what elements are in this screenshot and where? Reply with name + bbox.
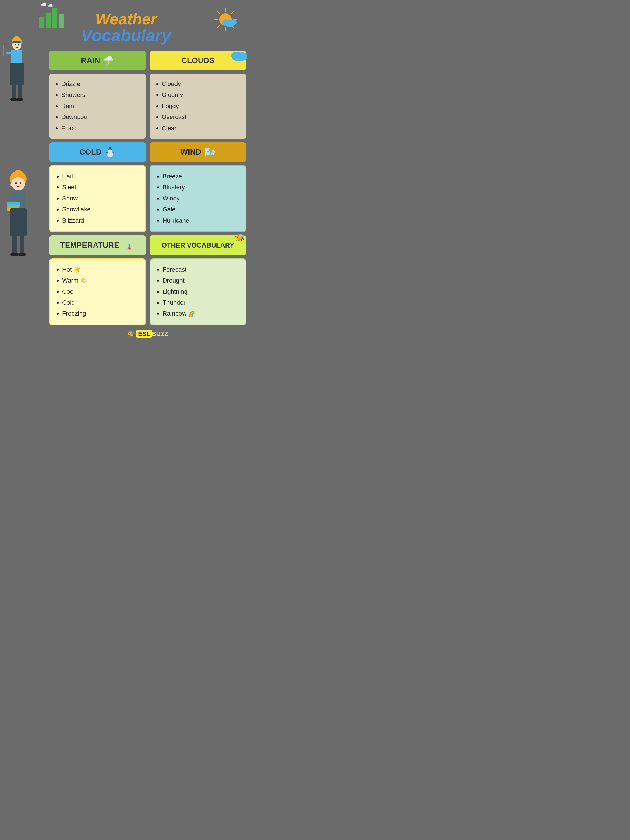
list-item: Blustery (163, 182, 240, 193)
svg-point-30 (20, 182, 21, 184)
wind-header: WIND 🌬️ (150, 142, 247, 162)
page-wrapper: ☁️ ☁️ (0, 0, 252, 349)
clouds-list: Cloudy Gloomy Foggy Overcast Clear (155, 79, 241, 133)
list-item: Foggy (162, 101, 241, 111)
svg-point-31 (10, 184, 13, 186)
rain-vocab-box: Drizzle Showers Rain Downpour Flood (49, 74, 146, 139)
list-item: Cold (62, 297, 140, 308)
svg-rect-34 (7, 202, 20, 205)
rainbow-icon: 🌈 (188, 311, 195, 317)
other-header: OTHER VOCABULARY 🐝 (150, 235, 247, 255)
svg-rect-35 (7, 205, 20, 208)
list-item: Blizzard (62, 215, 140, 226)
svg-rect-21 (18, 85, 22, 99)
vocab-grid: RAIN ⛈️ CLOUDS Drizzle Showers Rain Down… (49, 51, 246, 325)
wind-label: WIND (180, 148, 201, 156)
cold-list: Hail Sleet Snow Snowflake Blizzard (55, 171, 140, 226)
list-item: Breeze (163, 171, 240, 182)
list-item: Rainbow 🌈 (163, 308, 240, 319)
list-item: Flood (61, 123, 141, 133)
svg-rect-17 (12, 41, 21, 43)
thermometer-icon: 🌡️ (124, 240, 135, 251)
wind-list: Breeze Blustery Windy Gale Hurricane (156, 171, 240, 226)
list-item: Lightning (163, 286, 240, 297)
bee-icon: 🐝 (235, 233, 245, 243)
barchart-decoration: ☁️ ☁️ (39, 8, 63, 28)
svg-point-41 (18, 253, 26, 256)
svg-point-13 (14, 36, 20, 41)
list-item: Gale (163, 204, 240, 215)
list-item: Gloomy (162, 90, 241, 100)
other-list: Forecast Drought Lightning Thunder Rainb… (156, 264, 240, 319)
list-item: Cloudy (162, 79, 241, 89)
list-item: Warm 🌤️ (62, 275, 140, 286)
svg-line-4 (217, 11, 219, 14)
list-item: Hurricane (163, 215, 240, 226)
other-label: OTHER VOCABULARY (161, 242, 234, 249)
list-item: Hail (62, 171, 140, 182)
bar1 (39, 17, 44, 28)
list-item: Showers (61, 90, 141, 100)
esl-label: ESL (136, 330, 152, 338)
svg-rect-38 (12, 236, 17, 254)
rain-header: RAIN ⛈️ (49, 51, 146, 70)
list-item: Snowflake (62, 204, 140, 215)
rain-list: Drizzle Showers Rain Downpour Flood (55, 79, 141, 133)
bar2 (46, 13, 51, 28)
list-item: Overcast (162, 112, 241, 122)
list-item: Freezing (62, 308, 140, 319)
svg-line-7 (217, 25, 219, 28)
svg-rect-24 (6, 52, 12, 54)
svg-rect-25 (3, 45, 5, 56)
temperature-list: Hot ☀️ Warm 🌤️ Cool Cold Freezing (55, 264, 140, 319)
bee-footer-icon: 🐝 (127, 330, 135, 337)
list-item: Drought (163, 275, 240, 286)
svg-point-11 (229, 20, 237, 25)
svg-point-28 (11, 177, 25, 190)
svg-rect-33 (8, 200, 19, 202)
footer-logo: 🐝 ESLBUZZ (49, 330, 246, 338)
svg-point-44 (238, 52, 247, 59)
list-item: Drizzle (61, 79, 141, 89)
wind-icon: 🌬️ (204, 147, 215, 157)
rain-label: RAIN (81, 56, 100, 65)
list-item: Cool (62, 286, 140, 297)
list-item: Hot ☀️ (62, 264, 140, 275)
list-item: Clear (162, 123, 241, 133)
temperature-header: TEMPERATURE 🌡️ (49, 235, 146, 255)
bar3 (52, 8, 57, 28)
bar4 (58, 14, 63, 28)
list-item: Forecast (163, 264, 240, 275)
list-item: Downpour (61, 112, 141, 122)
svg-point-16 (18, 44, 19, 46)
buzz-label: BUZZ (152, 330, 168, 337)
clouds-deco-icon (228, 48, 248, 62)
wind-vocab-box: Breeze Blustery Windy Gale Hurricane (150, 165, 247, 232)
svg-rect-18 (11, 50, 22, 64)
svg-rect-39 (20, 236, 24, 254)
teacher-figure (0, 33, 42, 324)
svg-point-22 (10, 98, 17, 101)
list-item: Thunder (163, 297, 240, 308)
snowman-icon: ⛄ (104, 147, 116, 157)
list-item: Rain (61, 101, 141, 111)
temperature-label: TEMPERATURE (60, 241, 119, 250)
sun-decoration (213, 7, 238, 32)
clouds-header: CLOUDS (150, 51, 247, 70)
clouds-label: CLOUDS (182, 56, 215, 65)
svg-rect-37 (10, 208, 27, 236)
list-item: Windy (163, 193, 240, 204)
other-vocab-box: Forecast Drought Lightning Thunder Rainb… (150, 259, 247, 325)
cold-label: COLD (79, 148, 102, 156)
svg-point-15 (14, 44, 16, 46)
clouds-vocab-box: Cloudy Gloomy Foggy Overcast Clear (150, 74, 247, 139)
cold-header: COLD ⛄ (49, 142, 146, 162)
list-item: Sleet (62, 182, 140, 193)
svg-rect-20 (12, 85, 16, 99)
cold-vocab-box: Hail Sleet Snow Snowflake Blizzard (49, 165, 146, 232)
svg-point-23 (17, 98, 23, 101)
temperature-vocab-box: Hot ☀️ Warm 🌤️ Cool Cold Freezing (49, 259, 146, 325)
svg-point-40 (10, 253, 18, 256)
svg-point-10 (222, 19, 231, 25)
svg-line-6 (231, 11, 234, 14)
